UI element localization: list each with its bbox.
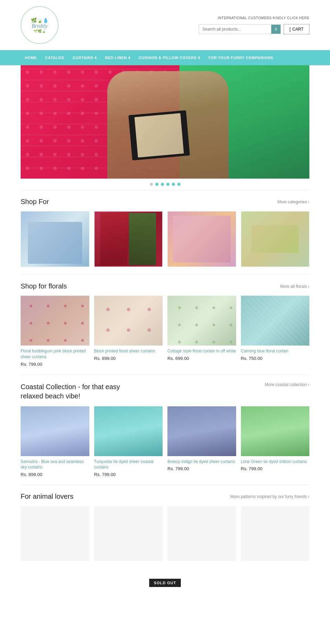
animal-product-placeholder bbox=[21, 506, 89, 561]
sold-out-section: SOLD OUT bbox=[0, 568, 330, 604]
category-grid bbox=[21, 211, 309, 267]
category-img-cushion bbox=[241, 212, 309, 267]
dot-2[interactable] bbox=[155, 183, 158, 186]
logo-area: 🌿🍃💧 Brishly 🌱🌿🍃 bbox=[21, 6, 58, 44]
coastal-name-1: Samudra - Blue sea and seamless sky curt… bbox=[21, 459, 89, 471]
floral-img-3 bbox=[167, 296, 236, 346]
category-card-living[interactable] bbox=[167, 211, 236, 267]
category-card-curtains[interactable] bbox=[94, 211, 163, 267]
floral-img-2 bbox=[94, 296, 163, 346]
navigation: HOME CATALOG CURTAINS 4 BED LINEN 4 CUSH… bbox=[0, 50, 330, 65]
intl-link[interactable]: INTERNATIONAL CUSTOMERS KINDLY CLICK HER… bbox=[218, 16, 309, 20]
coastal-price-3: Rs. 799.00 bbox=[167, 466, 236, 471]
coastal-name-2: Turquoise tie dyed sheer coastal curtain… bbox=[94, 459, 163, 471]
nav-item-home[interactable]: HOME bbox=[21, 56, 41, 60]
coastal-product-4[interactable]: Lime Green tie dyed shibori curtains Rs.… bbox=[241, 406, 310, 477]
search-button[interactable]: S bbox=[271, 25, 280, 34]
nav-item-furry[interactable]: FOR YOUR FURRY COMPANIONS bbox=[204, 56, 277, 60]
nav-item-curtains[interactable]: CURTAINS 4 bbox=[68, 56, 101, 60]
hero-section bbox=[21, 65, 309, 190]
cart-icon: [ bbox=[289, 27, 290, 32]
shop-for-title: Shop For bbox=[21, 198, 49, 206]
cart-label: CART bbox=[293, 27, 304, 32]
coastal-img-4 bbox=[241, 406, 310, 456]
shop-for-header: Shop For More categories › bbox=[21, 198, 309, 206]
coastal-grid: Samudra - Blue sea and seamless sky curt… bbox=[21, 406, 309, 477]
coastal-price-2: Rs. 799.00 bbox=[94, 472, 163, 477]
more-animal-link[interactable]: More patterns inspired by our furry frie… bbox=[230, 494, 309, 499]
floral-price-3: Rs. 699.00 bbox=[167, 356, 236, 361]
nav-item-catalog[interactable]: CATALOG bbox=[41, 56, 68, 60]
floral-price-1: Rs. 799.00 bbox=[21, 362, 89, 367]
dot-5[interactable] bbox=[172, 183, 175, 186]
dot-6[interactable] bbox=[177, 183, 180, 186]
dot-4[interactable] bbox=[166, 183, 169, 186]
logo[interactable]: 🌿🍃💧 Brishly 🌱🌿🍃 bbox=[21, 6, 58, 44]
coastal-img-1 bbox=[21, 406, 89, 456]
floral-product-4[interactable]: Calming blue floral curtain Rs. 750.00 bbox=[241, 296, 310, 367]
coastal-product-3[interactable]: Breezy indigo tie dyed sheer curtains Rs… bbox=[167, 406, 236, 477]
coastal-header: Coastal Collection - for that easy relax… bbox=[21, 382, 309, 401]
shop-for-section: Shop For More categories › bbox=[21, 190, 309, 274]
animal-products bbox=[21, 506, 309, 561]
coastal-product-2[interactable]: Turquoise tie dyed sheer coastal curtain… bbox=[94, 406, 163, 477]
floral-product-3[interactable]: Cottage style floral curtain in off whit… bbox=[167, 296, 236, 367]
florals-title: Shop for florals bbox=[21, 282, 67, 290]
dot-3[interactable] bbox=[161, 183, 164, 186]
animal-header: For animal lovers More patterns inspired… bbox=[21, 493, 309, 500]
coastal-price-1: Rs. 899.00 bbox=[21, 472, 89, 477]
florals-grid: Floral bubblegum pink block printed shee… bbox=[21, 296, 309, 367]
floral-name-4: Calming blue floral curtain bbox=[241, 348, 310, 354]
floral-price-4: Rs. 750.00 bbox=[241, 356, 310, 361]
search-input[interactable] bbox=[199, 25, 271, 34]
nav-item-cushion[interactable]: CUSHION & PILLOW COVERS 4 bbox=[134, 56, 204, 60]
dot-1[interactable] bbox=[150, 183, 153, 186]
category-img-bed bbox=[21, 212, 89, 267]
cart-button[interactable]: [ CART bbox=[284, 24, 309, 34]
category-card-bed[interactable] bbox=[21, 211, 89, 267]
floral-name-3: Cottage style floral curtain in off whit… bbox=[167, 348, 236, 354]
floral-name-2: Block printed floral sheer curtains bbox=[94, 348, 163, 354]
more-categories-link[interactable]: More categories › bbox=[277, 200, 309, 204]
coastal-product-1[interactable]: Samudra - Blue sea and seamless sky curt… bbox=[21, 406, 89, 477]
coastal-img-3 bbox=[167, 406, 236, 456]
coastal-title: Coastal Collection - for that easy relax… bbox=[21, 382, 138, 401]
animal-product-placeholder-2 bbox=[94, 506, 163, 561]
coastal-name-3: Breezy indigo tie dyed sheer curtains bbox=[167, 459, 236, 465]
more-coastal-link[interactable]: More coastal collection › bbox=[265, 382, 309, 387]
more-florals-link[interactable]: More all florals › bbox=[280, 284, 309, 289]
animal-product-placeholder-3 bbox=[167, 506, 236, 561]
coastal-section: Coastal Collection - for that easy relax… bbox=[21, 375, 309, 485]
floral-price-2: Rs. 899.00 bbox=[94, 356, 163, 361]
coastal-name-4: Lime Green tie dyed shibori curtains bbox=[241, 459, 310, 465]
hero-dots bbox=[21, 179, 309, 190]
animal-product-placeholder-4 bbox=[241, 506, 310, 561]
sold-out-badge: SOLD OUT bbox=[149, 579, 181, 587]
floral-product-2[interactable]: Block printed floral sheer curtains Rs. … bbox=[94, 296, 163, 367]
animal-title: For animal lovers bbox=[21, 493, 73, 500]
coastal-img-2 bbox=[94, 406, 163, 456]
category-card-cushion[interactable] bbox=[241, 211, 310, 267]
header-right: INTERNATIONAL CUSTOMERS KINDLY CLICK HER… bbox=[199, 16, 309, 34]
animal-section: For animal lovers More patterns inspired… bbox=[21, 485, 309, 568]
nav-item-bed-linen[interactable]: BED LINEN 4 bbox=[101, 56, 134, 60]
coastal-price-4: Rs. 799.00 bbox=[241, 466, 310, 471]
logo-text: Brishly bbox=[31, 23, 48, 29]
category-img-living bbox=[168, 212, 236, 267]
hero-image bbox=[21, 65, 309, 179]
florals-header: Shop for florals More all florals › bbox=[21, 282, 309, 290]
category-img-curtains bbox=[95, 212, 163, 267]
floral-name-1: Floral bubblegum pink block printed shee… bbox=[21, 348, 89, 360]
florals-section: Shop for florals More all florals › Flor… bbox=[21, 275, 309, 374]
floral-img-4 bbox=[241, 296, 310, 346]
search-box: S bbox=[199, 24, 281, 34]
floral-img-1 bbox=[21, 296, 89, 346]
header: 🌿🍃💧 Brishly 🌱🌿🍃 INTERNATIONAL CUSTOMERS … bbox=[0, 0, 330, 50]
floral-product-1[interactable]: Floral bubblegum pink block printed shee… bbox=[21, 296, 89, 367]
